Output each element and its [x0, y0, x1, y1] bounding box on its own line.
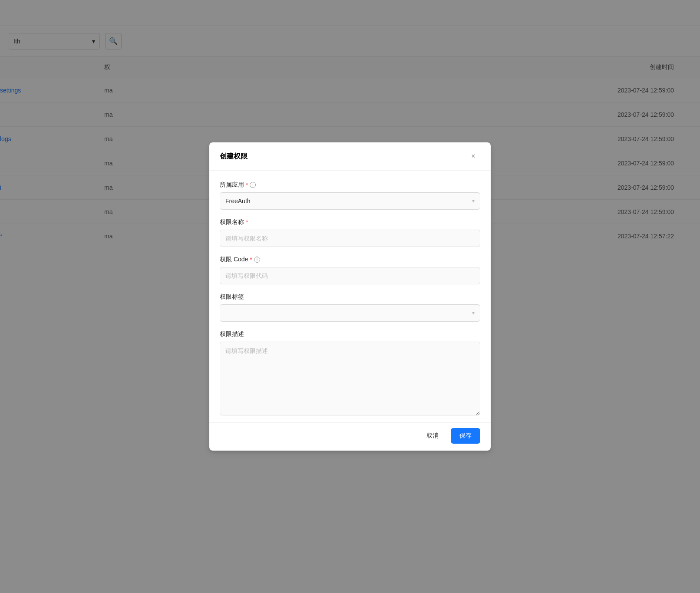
code-info-icon[interactable]: i [254, 257, 260, 263]
chevron-down-icon: ▾ [472, 310, 475, 316]
chevron-down-icon: ▾ [472, 198, 475, 204]
modal-header: 创建权限 × [209, 142, 491, 171]
permission-desc-field: 权限描述 [220, 330, 480, 415]
permission-code-label: 权限 Code * i [220, 256, 480, 264]
permission-desc-label: 权限描述 [220, 330, 480, 338]
cancel-button[interactable]: 取消 [419, 428, 446, 444]
save-button[interactable]: 保存 [451, 428, 480, 444]
name-required-star: * [246, 219, 248, 226]
app-required-star: * [246, 181, 248, 188]
modal-title: 创建权限 [220, 152, 248, 161]
modal-footer: 取消 保存 [209, 422, 491, 451]
code-required-star: * [250, 256, 252, 263]
permission-tags-field: 权限标签 ▾ [220, 293, 480, 322]
permission-code-input[interactable] [220, 267, 480, 284]
app-field: 所属应用 * i FreeAuth ▾ [220, 181, 480, 210]
app-select[interactable]: FreeAuth ▾ [220, 192, 480, 210]
tags-select[interactable]: ▾ [220, 304, 480, 322]
permission-name-field: 权限名称 * [220, 218, 480, 247]
create-permission-modal: 创建权限 × 所属应用 * i FreeAuth ▾ 权限名称 * [209, 142, 491, 451]
modal-body: 所属应用 * i FreeAuth ▾ 权限名称 * 权限 Code * i [209, 171, 491, 422]
permission-code-field: 权限 Code * i [220, 256, 480, 284]
modal-close-button[interactable]: × [466, 149, 480, 163]
close-icon: × [471, 152, 475, 160]
app-select-value: FreeAuth [225, 198, 251, 204]
permission-name-label: 权限名称 * [220, 218, 480, 226]
permission-name-input[interactable] [220, 230, 480, 247]
permission-tags-label: 权限标签 [220, 293, 480, 301]
permission-desc-textarea[interactable] [220, 342, 480, 415]
app-info-icon[interactable]: i [250, 182, 256, 188]
app-label: 所属应用 * i [220, 181, 480, 189]
